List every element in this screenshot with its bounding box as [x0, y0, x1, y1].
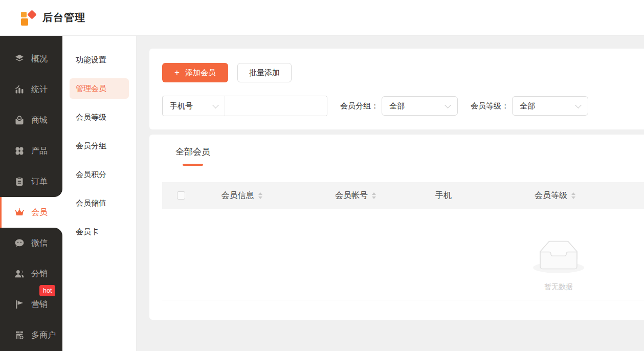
- batch-add-label: 批量添加: [249, 68, 280, 78]
- sidebar-item-mall[interactable]: 商城: [0, 105, 62, 136]
- distribution-people-icon: [14, 269, 25, 279]
- plus-icon: +: [174, 68, 180, 78]
- sidebar-item-multi-merchant[interactable]: 多商户: [0, 320, 62, 350]
- tab-label: 全部会员: [175, 147, 210, 157]
- column-label: 会员等级: [535, 190, 567, 201]
- sidebar-item-label: 营销: [31, 299, 48, 310]
- sidebar-item-wechat[interactable]: 微信: [0, 228, 62, 258]
- column-header-member-info[interactable]: 会员信息: [199, 190, 284, 201]
- member-group-label: 会员分组：: [340, 101, 379, 111]
- wechat-icon: [14, 238, 25, 248]
- add-member-button[interactable]: + 添加会员: [162, 63, 228, 82]
- sort-icon[interactable]: [258, 192, 262, 199]
- primary-sidebar: 概况 统计 商城 产品: [0, 36, 62, 351]
- search-input[interactable]: [225, 96, 327, 116]
- multi-store-icon: [14, 330, 25, 340]
- column-label: 手机: [435, 190, 452, 201]
- top-header: 后台管理: [0, 0, 644, 36]
- submenu-item-member-group[interactable]: 会员分组: [70, 136, 129, 156]
- submenu-item-member-points[interactable]: 会员积分: [70, 164, 129, 185]
- sidebar-item-label: 统计: [31, 84, 48, 95]
- sidebar-item-label: 会员: [31, 207, 48, 218]
- sidebar-item-label: 分销: [31, 269, 48, 279]
- sidebar-item-marketing[interactable]: hot 营销: [0, 289, 62, 320]
- sidebar-item-label: 概况: [31, 54, 48, 64]
- column-header-member-account[interactable]: 会员帐号: [284, 190, 427, 201]
- submenu-item-label: 会员积分: [76, 170, 106, 180]
- sidebar-item-label: 微信: [31, 238, 48, 249]
- overview-layers-icon: [14, 54, 25, 64]
- sort-icon[interactable]: [372, 192, 376, 199]
- column-header-member-level[interactable]: 会员等级: [494, 190, 616, 201]
- statistics-chart-icon: [14, 84, 25, 95]
- member-level-select[interactable]: 全部: [512, 96, 588, 116]
- chevron-down-icon: [575, 102, 582, 108]
- sidebar-item-label: 订单: [31, 177, 48, 187]
- empty-inbox-icon: [533, 240, 584, 275]
- submenu-item-label: 会员储值: [76, 199, 106, 208]
- chevron-down-icon: [212, 102, 219, 108]
- search-type-value: 手机号: [170, 101, 193, 111]
- submenu-item-label: 管理会员: [76, 84, 106, 94]
- marketing-flag-icon: [14, 299, 25, 310]
- sidebar-item-overview[interactable]: 概况: [0, 43, 62, 74]
- submenu-item-label: 功能设置: [76, 55, 106, 65]
- select-all-checkbox[interactable]: [177, 191, 185, 200]
- table-tabs: 全部会员: [149, 135, 644, 165]
- chevron-down-icon: [445, 102, 451, 108]
- submenu-item-member-stored-value[interactable]: 会员储值: [70, 193, 129, 213]
- member-group-select[interactable]: 全部: [382, 96, 458, 116]
- submenu-item-member-card[interactable]: 会员卡: [70, 222, 129, 242]
- search-type-select[interactable]: 手机号: [163, 96, 225, 116]
- submenu-item-function-settings[interactable]: 功能设置: [70, 50, 129, 70]
- orders-clipboard-icon: [14, 177, 25, 187]
- sidebar-item-statistics[interactable]: 统计: [0, 74, 62, 105]
- app-title: 后台管理: [42, 11, 85, 25]
- sidebar-item-distribution[interactable]: 分销: [0, 258, 62, 289]
- submenu-item-manage-members[interactable]: 管理会员: [70, 78, 129, 99]
- sort-icon[interactable]: [571, 192, 575, 199]
- members-table-card: 全部会员 会员信息 会员帐号 手机: [149, 135, 644, 320]
- main-content: + 添加会员 批量添加 手机号 会员分组：: [137, 36, 644, 351]
- products-grid-icon: [14, 146, 25, 156]
- tab-all-members[interactable]: 全部会员: [175, 146, 210, 165]
- submenu-item-label: 会员分组: [76, 141, 106, 151]
- sidebar-item-label: 商城: [31, 115, 48, 126]
- filters-card: + 添加会员 批量添加 手机号 会员分组：: [149, 49, 644, 129]
- sidebar-item-label: 多商户: [31, 330, 56, 341]
- member-level-label: 会员等级：: [471, 101, 509, 111]
- sidebar-item-label: 产品: [31, 146, 48, 157]
- submenu-item-label: 会员等级: [76, 113, 106, 122]
- table-header-row: 会员信息 会员帐号 手机 会员等级: [162, 182, 644, 209]
- column-label: 会员帐号: [335, 190, 368, 201]
- column-header-mobile: 手机: [427, 190, 494, 201]
- empty-state: 暂无数据: [162, 209, 644, 300]
- sidebar-item-members[interactable]: 会员: [0, 197, 62, 228]
- add-member-label: 添加会员: [185, 68, 216, 78]
- sidebar-item-orders[interactable]: 订单: [0, 166, 62, 197]
- submenu-item-label: 会员卡: [76, 227, 99, 237]
- hot-badge: hot: [39, 285, 55, 296]
- submenu-item-member-level[interactable]: 会员等级: [70, 107, 129, 127]
- batch-add-button[interactable]: 批量添加: [237, 63, 292, 82]
- member-group-value: 全部: [389, 101, 405, 111]
- app-logo-icon: [20, 10, 37, 26]
- column-label: 会员信息: [221, 190, 254, 201]
- mall-bag-icon: [14, 115, 25, 125]
- search-input-group: 手机号: [162, 96, 327, 116]
- member-submenu: 功能设置 管理会员 会员等级 会员分组 会员积分 会员储值 会员卡: [62, 36, 137, 351]
- sidebar-item-products[interactable]: 产品: [0, 136, 62, 166]
- member-level-value: 全部: [520, 101, 535, 111]
- empty-text: 暂无数据: [544, 282, 573, 292]
- member-crown-icon: [14, 207, 25, 217]
